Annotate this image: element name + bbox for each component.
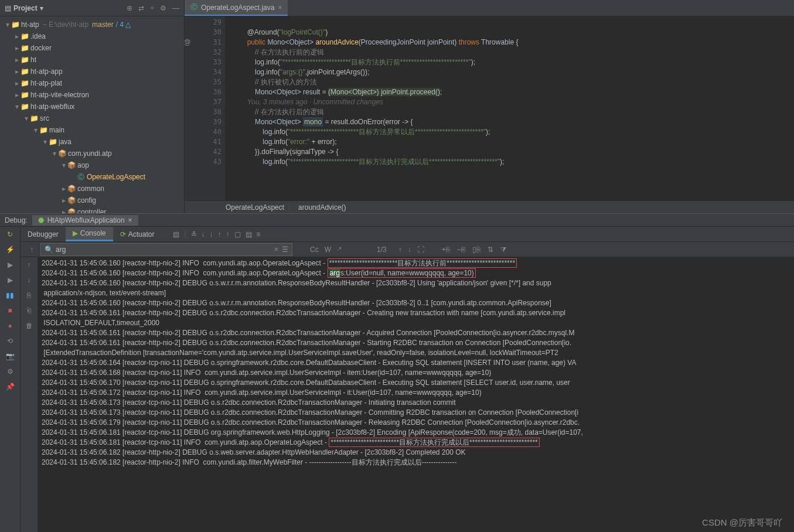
filter-icon[interactable]: ⧩ <box>500 245 506 254</box>
tree-item[interactable]: ▸📁ht <box>0 54 184 66</box>
tree-item[interactable]: ▸📦common <box>0 183 184 195</box>
toggle-icon[interactable]: ▤ <box>173 230 179 238</box>
up-icon[interactable]: ↑ <box>30 245 33 254</box>
tree-item[interactable]: ▾📁java <box>0 136 184 148</box>
expand-icon[interactable]: ⇄ <box>138 4 144 12</box>
log-line: 2024-01-31 15:45:06.182 [reactor-http-ni… <box>42 458 794 468</box>
step-icon[interactable]: ↓ <box>210 230 213 238</box>
regex[interactable]: ·* <box>337 245 342 254</box>
debug-action-10[interactable]: 📌 <box>4 383 16 392</box>
close-icon[interactable]: × <box>278 4 282 12</box>
debug-action-8[interactable]: 📷 <box>4 352 16 362</box>
debug-action-3[interactable]: ▶ <box>4 276 16 285</box>
divide-icon[interactable]: ÷ <box>150 4 154 12</box>
step-icon[interactable]: ≡ <box>257 230 261 238</box>
debug-action-9[interactable]: ⚙ <box>4 367 16 377</box>
tab-label: OperateLogAspect.java <box>201 4 274 12</box>
log-line: 2024-01-31 15:45:06.173 [reactor-tcp-nio… <box>42 398 794 408</box>
step-icon[interactable]: ↑ <box>218 230 221 238</box>
step-icon[interactable]: ▢ <box>234 230 241 238</box>
console-output[interactable]: 2024-01-31 15:45:06.160 [reactor-http-ni… <box>38 257 794 532</box>
step-icon[interactable]: ≛ <box>191 230 197 238</box>
step-icon[interactable]: ↓ <box>202 230 205 238</box>
console-tab[interactable]: ▶Console <box>66 227 113 241</box>
log-line: 2024-01-31 15:45:06.161 [reactor-http-ni… <box>42 308 794 318</box>
log-line: 2024-01-31 15:45:06.179 [reactor-tcp-nio… <box>42 418 794 428</box>
tree-item[interactable]: ▸📁.idea <box>0 30 184 42</box>
debugger-tab[interactable]: Debugger <box>21 227 66 241</box>
tree-item[interactable]: ⒸOperateLogAspect <box>0 171 184 183</box>
log-line: [ExtendedTransactionDefinition [transact… <box>42 348 794 358</box>
tree-item[interactable]: ▸📦controller <box>0 206 184 213</box>
debug-panel: Debug: ⬣ HtAtpWebfluxApplication × ↻⚡▶▶▮… <box>0 213 794 532</box>
breadcrumb-method: aroundAdvice() <box>298 203 346 212</box>
next-icon[interactable]: ↓ <box>408 245 411 254</box>
match-count: 1/3 <box>377 245 387 254</box>
log-line: ISOLATION_DEFAULT,timeout_2000 <box>42 318 794 328</box>
tree-item[interactable]: ▾📁ht-atp~ E:\dev\ht-atpmaster/ 4 △ <box>0 19 184 30</box>
log-line: 2024-01-31 15:45:06.160 [reactor-http-ni… <box>42 298 794 308</box>
hide-icon[interactable]: — <box>172 4 179 12</box>
words[interactable]: W <box>325 245 331 254</box>
console-search-bar: ↑ 🔍 arg × ☰ Cc W ·* 1/3 ↑ <box>21 242 794 257</box>
debug-action-2[interactable]: ▶ <box>4 261 16 270</box>
breadcrumb-class: OperateLogAspect <box>226 203 284 212</box>
search-input[interactable]: 🔍 arg × ☰ <box>40 243 292 256</box>
gear-icon[interactable]: ⚙ <box>160 4 166 12</box>
project-title: Project <box>13 4 38 12</box>
close-icon[interactable]: × <box>128 216 132 224</box>
editor-tabs: Ⓒ OperateLogAspect.java × <box>185 0 794 16</box>
step-icon[interactable]: ▤ <box>246 230 252 238</box>
tree-item[interactable]: ▸📦config <box>0 195 184 206</box>
editor-tab[interactable]: Ⓒ OperateLogAspect.java × <box>185 0 288 16</box>
log-line: 2024-01-31 15:45:06.172 [reactor-tcp-nio… <box>42 388 794 398</box>
step-icon[interactable]: ↑ <box>226 230 230 238</box>
console-gutter: ↑↓⎘⎗🗑 <box>21 257 38 532</box>
tree-item[interactable]: ▸📁ht-atp-app <box>0 66 184 77</box>
run-config-tab[interactable]: ⬣ HtAtpWebfluxApplication × <box>32 215 138 226</box>
log-line: 2024-01-31 15:45:06.168 [reactor-tcp-nio… <box>42 368 794 378</box>
debug-action-6[interactable]: ● <box>4 322 16 331</box>
debug-action-1[interactable]: ⚡ <box>4 245 16 255</box>
debug-action-toolbar: ↻⚡▶▶▮▮■●⟲📷⚙📌 <box>0 227 21 532</box>
project-toolbar: ▤ Project ▾ ⊕ ⇄ ÷ ⚙ — <box>0 0 184 16</box>
expand-icon[interactable]: ⛶ <box>417 245 424 254</box>
project-icon: ▤ <box>5 4 11 12</box>
debug-action-5[interactable]: ■ <box>4 306 16 316</box>
tree-item[interactable]: ▸📁ht-atp-vite-electron <box>0 89 184 101</box>
clear-icon[interactable]: × <box>274 245 278 254</box>
log-line: 2024-01-31 15:45:06.160 [reactor-http-ni… <box>42 278 794 288</box>
prev-icon[interactable]: ↑ <box>398 245 402 254</box>
log-line: 2024-01-31 15:45:06.161 [reactor-http-ni… <box>42 338 794 348</box>
log-line: 2024-01-31 15:45:06.173 [reactor-tcp-nio… <box>42 408 794 418</box>
log-line: 2024-01-31 15:45:06.161 [reactor-http-ni… <box>42 328 794 338</box>
tree-item[interactable]: ▾📦aop <box>0 159 184 171</box>
log-line: 2024-01-31 15:45:06.181 [reactor-tcp-nio… <box>42 428 794 438</box>
tree-item[interactable]: ▾📁ht-atp-webflux <box>0 101 184 112</box>
log-line: 2024-01-31 15:45:06.170 [reactor-tcp-nio… <box>42 378 794 388</box>
debug-action-0[interactable]: ↻ <box>4 230 16 240</box>
tree-item[interactable]: ▾📁main <box>0 124 184 136</box>
match-case[interactable]: Cc <box>310 245 319 254</box>
debug-action-4[interactable]: ▮▮ <box>4 291 16 301</box>
code-editor[interactable]: @Around("logPointCut()") public Mono<Obj… <box>226 16 794 200</box>
chevron-down-icon[interactable]: ▾ <box>40 4 43 12</box>
play-icon: ⬣ <box>38 216 44 224</box>
actuator-tab[interactable]: ⟳Actuator <box>113 227 162 241</box>
debug-action-7[interactable]: ⟲ <box>4 337 16 346</box>
log-line: 2024-01-31 15:45:06.160 [reactor-http-ni… <box>42 268 794 278</box>
tree-item[interactable]: ▾📦com.yundi.atp <box>0 148 184 159</box>
debug-label: Debug: <box>5 216 28 224</box>
tree-item[interactable]: ▸📁docker <box>0 42 184 54</box>
history-icon[interactable]: ☰ <box>282 245 288 254</box>
tree-item[interactable]: ▸📁ht-atp-plat <box>0 77 184 89</box>
locate-icon[interactable]: ⊕ <box>127 4 132 12</box>
line-gutter[interactable]: 2930👤 @31323334353637383940414243 <box>185 16 226 200</box>
tree-item[interactable]: ▾📁src <box>0 112 184 124</box>
log-line: 2024-01-31 15:45:06.164 [reactor-tcp-nio… <box>42 358 794 368</box>
class-icon: Ⓒ <box>190 2 197 12</box>
breadcrumb[interactable]: OperateLogAspect 〉 aroundAdvice() <box>185 200 794 213</box>
log-line: application/x-ndjson, text/event-stream] <box>42 288 794 298</box>
project-tree[interactable]: ▾📁ht-atp~ E:\dev\ht-atpmaster/ 4 △▸📁.ide… <box>0 16 184 213</box>
editor-area: Ⓒ OperateLogAspect.java × 2930👤 @3132333… <box>185 0 794 213</box>
